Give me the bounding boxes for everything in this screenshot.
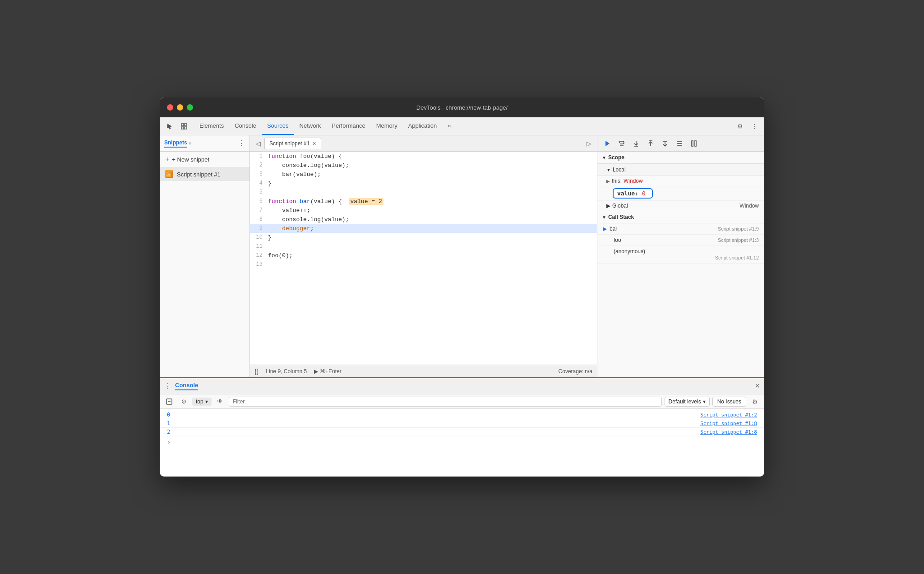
cursor-icon[interactable]	[163, 120, 176, 133]
svg-rect-0	[181, 124, 184, 126]
code-line-2: 2 console.log(value);	[250, 161, 597, 170]
sidebar-dots-icon[interactable]: ⋮	[238, 139, 245, 148]
call-stack-label: Call Stack	[608, 214, 634, 220]
window-title: DevTools - chrome://new-tab-page/	[416, 104, 508, 111]
code-line-7: 7 value++;	[250, 206, 597, 215]
console-loc-0[interactable]: Script snippet #1:2	[700, 412, 757, 418]
scope-this-item[interactable]: ▶ this: Window	[597, 176, 764, 186]
global-value: Window	[739, 203, 759, 209]
snippet-item-label: Script snippet #1	[177, 171, 221, 178]
scope-global-item[interactable]: ▶ Global Window	[597, 201, 764, 211]
step-button[interactable]	[659, 137, 671, 150]
tab-elements[interactable]: Elements	[194, 117, 229, 135]
maximize-button[interactable]	[187, 104, 193, 111]
call-stack-item-bar[interactable]: ▶ bar Script snippet #1:9	[597, 223, 764, 235]
no-issues-button[interactable]: No Issues	[712, 397, 746, 407]
svg-rect-1	[185, 124, 187, 126]
resume-button[interactable]	[601, 137, 614, 150]
debug-content: ▼ Scope ▼ Local ▶ this: Window	[597, 152, 764, 377]
devtools-window: DevTools - chrome://new-tab-page/ Elemen…	[160, 97, 764, 477]
tab-console[interactable]: Console	[229, 117, 262, 135]
prohibit-icon[interactable]: ⊘	[178, 396, 189, 407]
tab-memory[interactable]: Memory	[371, 117, 403, 135]
editor-tab-close-icon[interactable]: ×	[312, 140, 316, 147]
value-key: value:	[617, 190, 638, 197]
call-stack-loc-foo: Script snippet #1:3	[718, 237, 759, 243]
context-selector[interactable]: top ▾	[192, 398, 212, 406]
debug-toolbar	[597, 135, 764, 152]
tab-more[interactable]: »	[442, 117, 456, 135]
step-over-button[interactable]	[615, 137, 628, 150]
call-stack-item-anon[interactable]: (anonymous) Script snippet #1:12	[597, 246, 764, 264]
editor-panel: ◁ Script snippet #1 × ▷ 1 function foo(v…	[250, 135, 597, 377]
close-button[interactable]	[167, 104, 173, 111]
no-issues-label: No Issues	[717, 398, 741, 405]
right-panel: ▼ Scope ▼ Local ▶ this: Window	[597, 135, 764, 377]
step-into-button[interactable]	[630, 137, 642, 150]
pause-on-exceptions-button[interactable]	[688, 137, 700, 150]
console-loc-1[interactable]: Script snippet #1:8	[700, 421, 757, 426]
code-line-4: 4 }	[250, 179, 597, 188]
tab-application[interactable]: Application	[403, 117, 443, 135]
console-value-2: 2	[167, 429, 180, 435]
code-line-13: 13	[250, 260, 597, 269]
play-icon: ▶	[314, 368, 318, 375]
live-expressions-button[interactable]: 👁	[214, 396, 226, 407]
local-section-header[interactable]: ▼ Local	[597, 164, 764, 176]
clear-console-button[interactable]	[163, 396, 175, 407]
tab-sources[interactable]: Sources	[262, 117, 294, 135]
call-stack-fn-foo: foo	[614, 237, 621, 243]
tab-network[interactable]: Network	[294, 117, 327, 135]
editor-back-icon[interactable]: ◁	[252, 137, 264, 150]
status-line-col: Line 9, Column 5	[266, 368, 307, 375]
call-stack-section-header[interactable]: ▼ Call Stack	[597, 211, 764, 223]
global-arrow-icon: ▶	[606, 203, 610, 209]
console-dots-icon[interactable]: ⋮	[164, 382, 171, 390]
step-out-button[interactable]	[644, 137, 657, 150]
value-val[interactable]: 0	[642, 190, 648, 197]
call-stack-fn-bar: bar	[610, 226, 617, 232]
deactivate-breakpoints-button[interactable]	[673, 137, 686, 150]
editor-tab-label: Script snippet #1	[269, 140, 310, 147]
console-close-button[interactable]: ×	[755, 381, 760, 391]
snippet-item[interactable]: JS Script snippet #1	[160, 167, 249, 181]
new-snippet-button[interactable]: + + New snippet	[160, 152, 249, 167]
editor-tab-run-icon[interactable]: ▷	[582, 137, 595, 150]
inspect-icon[interactable]	[178, 120, 190, 133]
code-line-1: 1 function foo(value) {	[250, 152, 597, 161]
local-arrow-icon: ▼	[606, 167, 611, 172]
sidebar-title: Snippets	[164, 139, 187, 148]
console-loc-2[interactable]: Script snippet #1:8	[700, 429, 757, 435]
scope-section-header[interactable]: ▼ Scope	[597, 152, 764, 164]
call-stack-loc-bar: Script snippet #1:9	[718, 226, 759, 231]
call-stack-item-foo[interactable]: foo Script snippet #1:3	[597, 235, 764, 246]
more-icon[interactable]: ⋮	[748, 120, 761, 133]
title-bar: DevTools - chrome://new-tab-page/	[160, 97, 764, 117]
code-line-5: 5	[250, 188, 597, 197]
minimize-button[interactable]	[177, 104, 183, 111]
tab-performance[interactable]: Performance	[326, 117, 370, 135]
svg-text:JS: JS	[167, 173, 171, 176]
console-value-1: 1	[167, 420, 180, 426]
sidebar-header: Snippets » ⋮	[160, 135, 249, 152]
plus-icon: +	[165, 155, 169, 163]
filter-input[interactable]	[229, 397, 662, 407]
format-icon[interactable]: {}	[254, 368, 259, 375]
sidebar-chevron-icon[interactable]: »	[189, 141, 192, 146]
window-controls	[167, 104, 193, 111]
scope-label: Scope	[608, 154, 624, 161]
editor-file-tab[interactable]: Script snippet #1 ×	[264, 138, 321, 149]
call-stack-arrow-icon: ▼	[602, 215, 606, 220]
code-editor[interactable]: 1 function foo(value) { 2 console.log(va…	[250, 152, 597, 365]
global-label: Global	[612, 203, 628, 209]
console-line-2: 2 Script snippet #1:8	[160, 428, 764, 436]
default-levels-button[interactable]: Default levels ▾	[665, 397, 710, 407]
code-line-10: 10 }	[250, 233, 597, 242]
settings-icon[interactable]: ⚙	[734, 120, 746, 133]
status-run[interactable]: ▶ ⌘+Enter	[314, 368, 342, 375]
main-content: Snippets » ⋮ + + New snippet JS Script s…	[160, 135, 764, 377]
tab-bar-icons	[163, 117, 194, 135]
call-stack-fn-anon: (anonymous)	[614, 248, 645, 255]
console-settings-icon[interactable]: ⚙	[749, 396, 761, 407]
scope-value-item[interactable]: value: 0	[597, 186, 764, 201]
